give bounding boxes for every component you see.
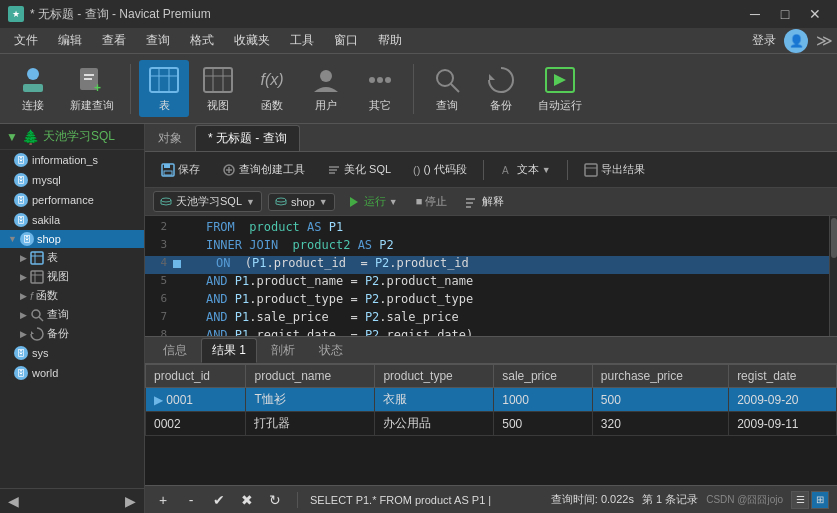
menu-format[interactable]: 格式	[180, 29, 224, 52]
sidebar-db-information-label: information_s	[32, 154, 98, 166]
svg-point-43	[161, 198, 171, 202]
other-icon	[364, 64, 396, 96]
sidebar-tree-backup[interactable]: ▶ 备份	[0, 324, 144, 343]
close-button[interactable]: ✕	[801, 0, 829, 28]
editor-scrollbar[interactable]	[829, 216, 837, 336]
status-right: 查询时间: 0.022s 第 1 条记录 CSDN @囧囧jojo ☰ ⊞	[551, 491, 829, 509]
watermark: CSDN @囧囧jojo	[706, 493, 783, 507]
text-button[interactable]: A 文本 ▼	[492, 159, 559, 180]
other-label: 其它	[369, 98, 391, 113]
menu-right: 登录 👤 ≫	[752, 29, 833, 53]
sidebar-tree-query[interactable]: ▶ 查询	[0, 305, 144, 324]
refresh-button[interactable]: ↻	[265, 490, 285, 510]
menu-view[interactable]: 查看	[92, 29, 136, 52]
backup-button[interactable]: 备份	[476, 60, 526, 117]
snippet-button[interactable]: () () 代码段	[405, 159, 475, 180]
results-table-container[interactable]: product_id product_name product_type sal…	[145, 364, 837, 485]
sidebar-tree-table[interactable]: ▶ ▦ 表	[0, 248, 144, 267]
db-selector-2[interactable]: shop ▼	[268, 193, 335, 211]
user-avatar[interactable]: 👤	[784, 29, 808, 53]
line-number: 7	[145, 310, 173, 323]
confirm-button[interactable]: ✔	[209, 490, 229, 510]
login-link[interactable]: 登录	[752, 32, 776, 49]
db-selector-2-dropdown: ▼	[319, 197, 328, 207]
user-button[interactable]: 用户	[301, 60, 351, 117]
menu-favorites[interactable]: 收藏夹	[224, 29, 280, 52]
db-selector-1[interactable]: 天池学习SQL ▼	[153, 191, 262, 212]
other-button[interactable]: 其它	[355, 60, 405, 117]
cancel-edit-button[interactable]: ✖	[237, 490, 257, 510]
expand-icon: ▶	[20, 272, 27, 282]
sql-editor[interactable]: 2 FROM product AS P1 3 INNER JOIN produc…	[145, 216, 837, 336]
sidebar-tree-view[interactable]: ▶ 视图	[0, 267, 144, 286]
minimize-button[interactable]: ─	[741, 0, 769, 28]
sidebar-db-sakila[interactable]: 🗄 sakila	[0, 210, 144, 230]
autorun-button[interactable]: 自动运行	[530, 60, 590, 117]
view-button[interactable]: 视图	[193, 60, 243, 117]
menu-file[interactable]: 文件	[4, 29, 48, 52]
autorun-icon	[544, 64, 576, 96]
tab-results-1[interactable]: 结果 1	[201, 338, 257, 363]
sidebar-bottom-nav: ◀ ▶	[0, 488, 144, 513]
tab-analyze[interactable]: 剖析	[261, 339, 305, 362]
sidebar: ▼ 🌲 天池学习SQL 🗄 information_s 🗄 mysql 🗄 pe…	[0, 124, 145, 513]
sidebar-db-shop[interactable]: ▼ 🗄 shop	[0, 230, 144, 248]
cell: 500	[494, 412, 593, 436]
run-icon	[347, 195, 361, 209]
beautify-button[interactable]: 美化 SQL	[319, 159, 399, 180]
cell: 打孔器	[246, 412, 375, 436]
tab-query[interactable]: * 无标题 - 查询	[195, 125, 300, 151]
sidebar-db-world[interactable]: 🗄 world	[0, 363, 144, 383]
tab-objects[interactable]: 对象	[145, 125, 195, 151]
export-button[interactable]: 导出结果	[576, 159, 653, 180]
expand-button[interactable]: ≫	[816, 31, 833, 50]
line-number: 6	[145, 292, 173, 305]
sidebar-db-mysql[interactable]: 🗄 mysql	[0, 170, 144, 190]
sidebar-db-performance[interactable]: 🗄 performance	[0, 190, 144, 210]
user-icon	[310, 64, 342, 96]
add-row-button[interactable]: +	[153, 490, 173, 510]
table-row[interactable]: ▶ 0001 T恤衫 衣服 1000 500 2009-09-20	[146, 388, 837, 412]
line-content: AND P1.sale_price = P2.sale_price	[173, 310, 459, 324]
line-content: AND P1.regist_date = P2.regist_date)	[173, 328, 473, 336]
sidebar-next-btn[interactable]: ▶	[121, 491, 140, 511]
content-area: 对象 * 无标题 - 查询 保存 查询创建工具 美化 SQL () () 代码段	[145, 124, 837, 513]
sidebar-tree-function[interactable]: ▶ f 函数	[0, 286, 144, 305]
db-icon: 🗄	[14, 213, 28, 227]
run-button[interactable]: 运行 ▼	[341, 192, 404, 211]
editor-line-5: 5 AND P1.product_name = P2.product_name	[145, 274, 837, 292]
sidebar-db-sys[interactable]: 🗄 sys	[0, 343, 144, 363]
maximize-button[interactable]: □	[771, 0, 799, 28]
function-button[interactable]: f(x) 函数	[247, 60, 297, 117]
new-query-label: 新建查询	[70, 98, 114, 113]
title-bar-left: ★ * 无标题 - 查询 - Navicat Premium	[8, 6, 211, 23]
new-query-button[interactable]: + 新建查询	[62, 60, 122, 117]
scrollbar-thumb[interactable]	[831, 218, 837, 258]
cell: 2009-09-11	[729, 412, 837, 436]
menu-help[interactable]: 帮助	[368, 29, 412, 52]
save-button[interactable]: 保存	[153, 159, 208, 180]
create-tool-button[interactable]: 查询创建工具	[214, 159, 313, 180]
menu-query[interactable]: 查询	[136, 29, 180, 52]
connect-button[interactable]: 连接	[8, 60, 58, 117]
tab-info[interactable]: 信息	[153, 339, 197, 362]
menu-edit[interactable]: 编辑	[48, 29, 92, 52]
sidebar-db-information[interactable]: 🗄 information_s	[0, 150, 144, 170]
text-label: 文本	[517, 162, 539, 177]
table-button[interactable]: 表	[139, 60, 189, 117]
table-row[interactable]: 0002 打孔器 办公用品 500 320 2009-09-11	[146, 412, 837, 436]
sidebar-tree-icon: 🌲	[22, 129, 39, 145]
sidebar-section-header[interactable]: ▼ 🌲 天池学习SQL	[0, 124, 144, 150]
query-button[interactable]: 查询	[422, 60, 472, 117]
svg-rect-46	[466, 198, 475, 200]
menu-window[interactable]: 窗口	[324, 29, 368, 52]
tab-status[interactable]: 状态	[309, 339, 353, 362]
sidebar-prev-btn[interactable]: ◀	[4, 491, 23, 511]
grid-view-button[interactable]: ⊞	[811, 491, 829, 509]
delete-row-button[interactable]: -	[181, 490, 201, 510]
editor-line-7: 7 AND P1.sale_price = P2.sale_price	[145, 310, 837, 328]
explain-button[interactable]: 解释	[459, 192, 510, 211]
menu-tools[interactable]: 工具	[280, 29, 324, 52]
list-view-button[interactable]: ☰	[791, 491, 809, 509]
export-icon	[584, 163, 598, 177]
